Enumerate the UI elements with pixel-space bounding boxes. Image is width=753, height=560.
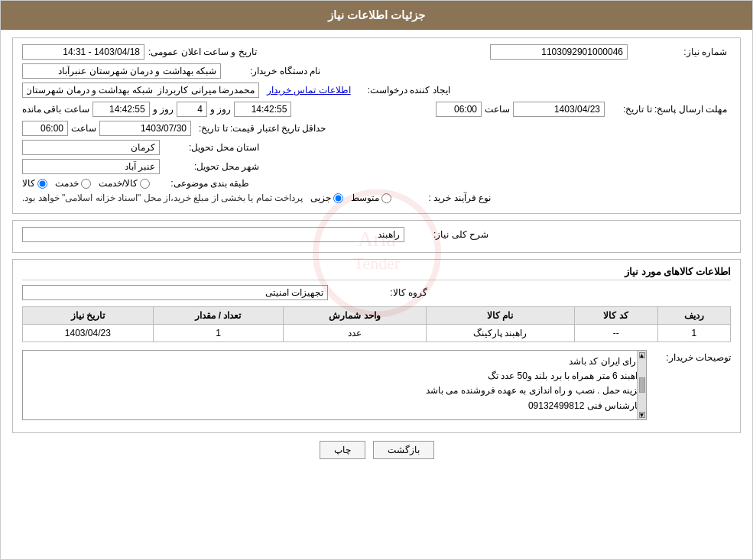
- cell-name: راهبند پارکینگ: [427, 325, 574, 342]
- col-qty: تعداد / مقدار: [153, 307, 284, 325]
- cell-code: --: [574, 325, 657, 342]
- table-header-row: ردیف کد کالا نام کالا واحد شمارش تعداد /…: [23, 307, 731, 325]
- print-button[interactable]: چاپ: [320, 441, 365, 459]
- buyer-org-input[interactable]: [22, 63, 221, 79]
- radio-medium-input[interactable]: [381, 193, 391, 203]
- price-time-label: ساعت: [71, 123, 96, 134]
- row-city: شهر محل تحویل:: [22, 159, 731, 174]
- goods-group-input[interactable]: [22, 285, 328, 300]
- general-desc-label: شرح کلی نیاز:: [412, 229, 488, 240]
- creator-label: ایجاد کننده درخواست:: [359, 85, 450, 95]
- category-radio-group: کالا/خدمت خدمت کالا: [22, 178, 150, 189]
- col-unit: واحد شمارش: [284, 307, 427, 325]
- col-code: کد کالا: [574, 307, 657, 325]
- page-title: جزئیات اطلاعات نیاز: [328, 8, 425, 21]
- buyer-note-line-1: دارای ایران کد باشد: [34, 354, 642, 369]
- buyer-notes-section: توصیحات خریدار: ▲ ▼ دارای ایران کد باشد …: [22, 350, 731, 420]
- row-process-type: نوع فرآیند خرید : متوسط جزیی پرداخت تمام…: [22, 193, 731, 203]
- radio-goods-service-label: کالا/خدمت: [99, 178, 138, 189]
- buyer-note-line-2: راهبند 6 متر همراه با برد بلند و50 عدد ت…: [34, 369, 642, 384]
- row-response-deadline: مهلت ارسال پاسخ: تا تاریخ: ساعت روز و رو…: [22, 102, 731, 117]
- row-category: طبقه بندی موضوعی: کالا/خدمت خدمت کالا: [22, 178, 731, 189]
- back-button[interactable]: بازگشت: [373, 441, 434, 459]
- buyer-note-line-4: کارشناس فنی 09132499812: [34, 399, 642, 413]
- general-desc-section: شرح کلی نیاز:: [12, 220, 741, 253]
- buyer-note-line-3: هزینه حمل . نصب و راه اندازی به عهده فرو…: [34, 384, 642, 398]
- province-input[interactable]: [22, 140, 160, 155]
- remaining-time-input[interactable]: [234, 102, 291, 117]
- response-deadline-label: مهلت ارسال پاسخ: تا تاریخ:: [612, 104, 727, 115]
- response-days-label2: روز و: [153, 104, 174, 115]
- response-time-input[interactable]: [436, 102, 482, 117]
- buyer-org-label: نام دستگاه خریدار:: [229, 66, 320, 76]
- radio-service: خدمت: [55, 178, 91, 189]
- category-label: طبقه بندی موضوعی:: [157, 178, 249, 189]
- price-time-input[interactable]: [22, 121, 68, 136]
- page-header: جزئیات اطلاعات نیاز: [1, 1, 752, 30]
- response-time-label: ساعت: [485, 104, 510, 115]
- radio-partial-input[interactable]: [333, 193, 343, 203]
- goods-table: ردیف کد کالا نام کالا واحد شمارش تعداد /…: [22, 306, 731, 342]
- process-label: نوع فرآیند خرید :: [399, 193, 491, 203]
- cell-qty: 1: [153, 325, 284, 342]
- general-desc-row: شرح کلی نیاز:: [22, 227, 731, 242]
- city-label: شهر محل تحویل:: [167, 161, 259, 172]
- remaining-hours-label: ساعت باقی مانده: [22, 104, 89, 115]
- col-date: تاریخ نیاز: [23, 307, 154, 325]
- scroll-up-arrow[interactable]: ▲: [639, 352, 645, 358]
- announce-date-label: تاریخ و ساعت اعلان عمومی:: [148, 47, 257, 57]
- general-desc-input[interactable]: [22, 227, 404, 242]
- process-description: پرداخت تمام یا بخشی از مبلغ خرید،از محل …: [22, 193, 303, 203]
- remaining-days-label: روز و: [210, 104, 231, 115]
- row-province: استان محل تحویل:: [22, 140, 731, 155]
- buyer-notes-box: ▲ ▼ دارای ایران کد باشد راهبند 6 متر همر…: [22, 350, 647, 420]
- row-need-number: شماره نیاز: تاریخ و ساعت اعلان عمومی:: [22, 44, 731, 60]
- radio-partial: جزیی: [310, 193, 343, 203]
- radio-partial-label: جزیی: [310, 193, 331, 203]
- price-validity-label: حداقل تاریخ اعتبار قیمت: تا تاریخ:: [199, 123, 326, 134]
- creator-input[interactable]: [22, 83, 259, 98]
- radio-medium-label: متوسط: [351, 193, 379, 203]
- contact-info-link[interactable]: اطلاعات تماس خریدار: [267, 85, 351, 95]
- cell-date: 1403/04/23: [23, 325, 154, 342]
- remaining-days-input[interactable]: [177, 102, 207, 117]
- col-name: نام کالا: [427, 307, 574, 325]
- goods-section-title: اطلاعات کالاهای مورد نیاز: [22, 266, 731, 280]
- cell-row-num: 1: [657, 325, 730, 342]
- table-row: 1 -- راهبند پارکینگ عدد 1 1403/04/23: [23, 325, 731, 342]
- announce-date-input[interactable]: [22, 44, 144, 60]
- button-row: بازگشت چاپ: [12, 441, 741, 471]
- col-row-num: ردیف: [657, 307, 730, 325]
- goods-info-section: اطلاعات کالاهای مورد نیاز گروه کالا: ردی…: [12, 259, 741, 433]
- scrollbar[interactable]: ▲ ▼: [637, 351, 646, 419]
- radio-goods-label: کالا: [22, 178, 35, 189]
- price-date-input[interactable]: [99, 121, 191, 136]
- province-label: استان محل تحویل:: [167, 142, 259, 153]
- radio-goods: کالا: [22, 178, 47, 189]
- row-buyer-org: نام دستگاه خریدار:: [22, 63, 731, 79]
- remaining-time-group: روز و روز و ساعت باقی مانده: [22, 102, 291, 117]
- process-radio-group: متوسط جزیی: [310, 193, 391, 203]
- cell-unit: عدد: [284, 325, 427, 342]
- general-info-section: شماره نیاز: تاریخ و ساعت اعلان عمومی: نا…: [12, 37, 741, 214]
- radio-goods-service-input[interactable]: [140, 179, 150, 189]
- goods-group-label: گروه کالا:: [336, 287, 427, 298]
- radio-service-input[interactable]: [81, 179, 91, 189]
- buyer-notes-label: توصیحات خریدار:: [654, 350, 731, 363]
- radio-goods-input[interactable]: [37, 179, 47, 189]
- remaining-hours-input[interactable]: [93, 102, 150, 117]
- radio-medium: متوسط: [351, 193, 391, 203]
- scroll-down-arrow[interactable]: ▼: [639, 412, 645, 418]
- row-creator: ایجاد کننده درخواست: اطلاعات تماس خریدار: [22, 83, 731, 98]
- row-goods-group: گروه کالا:: [22, 285, 731, 300]
- row-price-validity: حداقل تاریخ اعتبار قیمت: تا تاریخ: ساعت: [22, 121, 731, 136]
- response-date-input[interactable]: [513, 102, 605, 117]
- need-number-input[interactable]: [490, 44, 628, 60]
- scroll-thumb[interactable]: [639, 377, 645, 393]
- radio-service-label: خدمت: [55, 178, 79, 189]
- need-number-label: شماره نیاز:: [635, 47, 727, 57]
- radio-goods-service: کالا/خدمت: [99, 178, 150, 189]
- buyer-notes-content: دارای ایران کد باشد راهبند 6 متر همراه ب…: [34, 354, 642, 416]
- city-input[interactable]: [22, 159, 160, 174]
